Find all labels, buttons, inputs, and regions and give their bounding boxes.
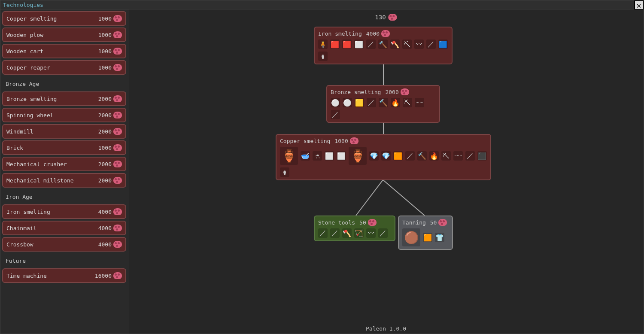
tech-item-name: Copper smelting [6,15,57,22]
torch-icon: 🔥 [391,98,400,107]
tech-item-name: Copper reaper [6,64,50,71]
spear-icon: ／ [366,39,376,49]
tree-connector [383,61,384,85]
brain-icon [113,128,122,135]
tech-list-item[interactable]: Windmill2000 [2,124,126,139]
tech-node-tanning[interactable]: Tanning 50 🟤🟧👕 [398,216,453,250]
age-header: Iron Age [2,189,126,204]
node-title: Iron smelting [318,30,362,37]
tech-list-item[interactable]: Chainmail4000 [2,221,126,235]
node-items: ／／🪓🏹〰／ [318,228,391,238]
brain-icon [389,14,397,21]
node-title: Copper smelting [280,138,330,144]
tech-item-name: Mechanical millstone [6,177,74,184]
node-cost: 2000 [385,88,409,95]
stone-spear-icon: ／ [330,228,340,238]
tech-list-item[interactable]: Spinning wheel2000 [2,108,126,122]
brain-icon [113,15,122,22]
tech-item-cost: 4000 [98,208,122,215]
age-header: Bronze Age [2,76,126,91]
tech-list-item[interactable]: Mechanical millstone2000 [2,173,126,188]
tech-item-cost: 2000 [98,177,122,184]
tech-list-item[interactable]: Mechanical crusher2000 [2,157,126,171]
gray-ore-icon: ⚪ [331,98,340,107]
knife-icon: ／ [426,39,436,49]
hammer-icon: 🔨 [378,39,388,49]
tech-list-item[interactable]: Copper smelting1000 [2,11,126,26]
node-title: Stone tools [318,219,355,226]
tech-item-cost: 4000 [98,225,122,231]
tech-item-name: Wooden cart [6,48,43,55]
big-furnace-icon: 🏺 [349,147,367,165]
tech-item-cost: 4000 [98,241,122,248]
bow-icon: 🏹 [354,228,364,238]
research-points-value: 130 [375,14,386,21]
brain-icon [113,64,122,71]
svg-line-1 [383,180,425,216]
person-icon: 🧍 [318,39,328,49]
brain-icon [113,48,122,55]
tech-item-name: Wooden plow [6,32,43,38]
knife-icon: ／ [378,228,388,238]
teal-ore-icon: 💎 [369,151,379,161]
scythe-icon: 〰 [415,98,424,107]
tech-item-name: Bronze smelting [6,96,57,102]
crucible-icon: 🥣 [301,151,310,161]
node-cost: 4000 [366,30,390,37]
tech-list-item[interactable]: Time machine16000 [2,268,126,283]
hammer-icon: 🔨 [379,98,388,107]
pickaxe-icon: ⛏ [441,151,451,161]
red-ore-icon: 🟥 [342,39,352,49]
tech-list-item[interactable]: Iron smelting4000 [2,204,126,219]
stone-icon: ⬜ [325,151,334,161]
svg-line-0 [356,180,383,216]
node-header: Bronze smelting 2000 [331,88,436,95]
tech-list-item[interactable]: Bronze smelting2000 [2,91,126,106]
tech-list-item[interactable]: Copper reaper1000 [2,60,126,75]
content-area: Copper smelting1000Wooden plow1000Wooden… [0,9,644,334]
brain-icon [113,112,122,118]
tech-node-stone-tools[interactable]: Stone tools 50 ／／🪓🏹〰／ [314,216,395,241]
gray-ore-icon: ⚪ [343,98,352,107]
tech-list-item[interactable]: Wooden plow1000 [2,27,126,42]
tech-item-name: Chainmail [6,225,36,231]
furnace-icon: ⚱ [318,52,328,61]
node-items: 🧍🟥🟥⬜／🔨🪓⛏〰／🟦⚱ [318,39,448,61]
close-button[interactable]: ✕ [634,0,644,10]
tech-item-name: Iron smelting [6,209,50,215]
tech-list-item[interactable]: Wooden cart1000 [2,44,126,58]
brain-icon [401,88,409,95]
axe-icon: 🪓 [390,39,400,49]
node-header: Copper smelting 1000 [280,137,487,144]
brain-icon [113,177,122,184]
anvil-icon: 🟦 [438,39,448,49]
tech-item-cost: 2000 [98,95,122,102]
tech-item-name: Crossbow [6,241,33,248]
node-cost: 50 [359,219,377,226]
spear-icon: ／ [405,151,415,161]
node-items: 🟤🟧👕 [402,228,449,246]
tech-list-item[interactable]: Crossbow4000 [2,237,126,252]
tree-connector [274,180,498,216]
tech-node-iron-smelting[interactable]: Iron smelting 4000 🧍🟥🟥⬜／🔨🪓⛏〰／🟦⚱ [314,27,453,64]
tech-item-cost: 2000 [98,112,122,118]
tanning-tub-icon: 🟤 [402,228,420,246]
tech-item-cost: 16000 [95,272,122,279]
tech-list-sidebar[interactable]: Copper smelting1000Wooden plow1000Wooden… [0,9,128,334]
spear-icon: ／ [367,98,376,107]
tech-node-copper-smelting[interactable]: Copper smelting 1000 🏺🥣⚗⬜⬜🏺💎💎🟧／🔨🔥⛏〰／⬛⚱ [276,134,491,180]
node-header: Tanning 50 [402,219,449,226]
teal-ore-icon: 💎 [381,151,391,161]
ingot-icon: ⬜ [354,39,364,49]
red-ore-icon: 🟥 [330,39,340,49]
coal-icon: ⬛ [477,151,487,161]
research-points-display: 130 [375,14,397,21]
pickaxe-icon: ⛏ [402,39,412,49]
tech-node-bronze-smelting[interactable]: Bronze smelting 2000 ⚪⚪🟨／🔨🔥⛏〰／ [326,85,440,123]
tech-tree-view[interactable]: 130 Iron smelting 4000 🧍🟥🟥⬜／🔨🪓⛏〰／🟦⚱ [128,9,644,334]
tech-list-item[interactable]: Brick1000 [2,140,126,155]
gold-ingot-icon: 🟨 [355,98,364,107]
stone-axe-icon: 🪓 [342,228,352,238]
tech-item-name: Windmill [6,128,33,135]
tech-item-cost: 1000 [98,64,122,71]
